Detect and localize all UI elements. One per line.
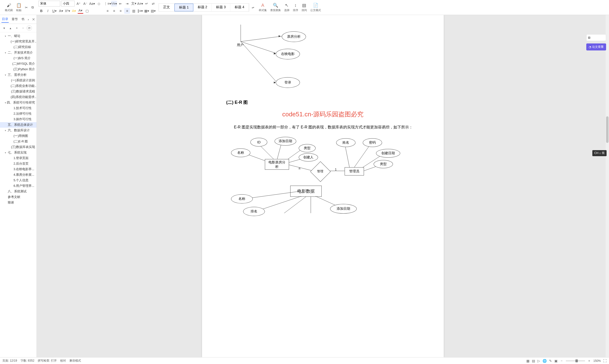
status-proof[interactable]: 校对 — [60, 359, 66, 363]
toc-item[interactable]: 2.法律可行性 — [0, 111, 37, 117]
style-h1[interactable]: 标题 1 — [175, 4, 193, 11]
align-justify-button[interactable]: ≡ — [124, 8, 130, 14]
highlight-button[interactable]: A▾ — [71, 8, 77, 14]
toc-item[interactable]: 4.票房分析展... — [0, 172, 37, 178]
zoom-fit-button[interactable]: ▣ — [554, 359, 557, 363]
paste-button[interactable]: 📋 粘贴 — [15, 2, 23, 13]
toc-item[interactable]: 五、系统总体设计 — [0, 122, 37, 128]
collapse-panel-button[interactable]: ⊟ — [586, 34, 606, 41]
line-spacing-button[interactable]: ‖≡▾ — [137, 8, 143, 14]
italic-button[interactable]: I — [45, 8, 51, 14]
zoom-level[interactable]: 150% — [593, 359, 601, 363]
status-compat[interactable]: 兼容模式 — [69, 359, 81, 363]
arrange-button[interactable]: ▤ 排列 — [300, 2, 308, 13]
cut-button[interactable]: ✂ — [23, 5, 29, 10]
style-normal[interactable]: 正文 — [159, 4, 175, 11]
toc-item[interactable]: (一)用例图 — [0, 133, 37, 139]
toc-item[interactable]: (一)研究背景及开... — [0, 39, 37, 44]
border-button[interactable]: ▦▾ — [144, 8, 150, 14]
toc-item[interactable]: ▾六、数据库设计 — [0, 128, 37, 133]
style-h2[interactable]: 标题 2 — [193, 4, 212, 11]
remove-item-button[interactable]: － — [20, 25, 26, 31]
add-item-button[interactable]: ＋ — [14, 25, 19, 31]
clear-format-button[interactable]: ◇ — [96, 1, 102, 7]
columns-button[interactable]: ▥ — [131, 8, 137, 14]
bold-button[interactable]: B — [38, 8, 44, 14]
tab-toc[interactable]: 目录 — [1, 16, 9, 23]
document-canvas[interactable]: 用户 票房分析 在映电影 登录 (二) E-R 图 code51.cn-源码乐园… — [37, 15, 609, 357]
toc-item[interactable]: 致谢 — [0, 200, 37, 205]
find-replace-button[interactable]: 🔍 查找替换 — [269, 2, 282, 13]
status-spell[interactable]: 拼写检查: 打开 — [38, 359, 57, 363]
status-words[interactable]: 字数: 8352 — [21, 359, 34, 363]
toc-item[interactable]: (一)系统设计原则 — [0, 78, 37, 83]
tab-button[interactable]: ⇄ — [150, 1, 156, 7]
text-direction-button[interactable]: 文▾ — [131, 1, 137, 7]
increase-indent-button[interactable]: ⇥ — [124, 1, 130, 7]
font-family-select[interactable]: 宋体 — [38, 1, 60, 7]
refresh-button[interactable]: ⟳ — [27, 25, 32, 31]
align-right-button[interactable]: ≡ — [118, 8, 124, 14]
expand-button[interactable]: ▴ — [8, 25, 13, 31]
toc-item[interactable]: ▾七、系统实现 — [0, 150, 37, 156]
number-list-button[interactable]: ⅟≡▾ — [111, 1, 117, 7]
toc-item[interactable]: 1.技术可行性 — [0, 105, 37, 111]
text-wrap-button[interactable]: ↵ — [144, 1, 150, 7]
decrease-font-button[interactable]: A⁻ — [83, 1, 88, 7]
plagiarism-check-button[interactable]: ◔ 论文查重 — [586, 43, 606, 51]
toc-item[interactable]: (二)研究目标 — [0, 44, 37, 50]
superscript-button[interactable]: X²▾ — [65, 8, 70, 14]
view-outline-button[interactable]: ▤ — [532, 359, 535, 363]
view-read-button[interactable]: ▷ — [538, 359, 540, 363]
toc-item[interactable]: 2.后台首页 — [0, 161, 37, 167]
copy-button[interactable]: ⧉ — [30, 5, 36, 10]
toc-item[interactable]: (三)Python 简介 — [0, 67, 37, 72]
style-h4[interactable]: 标题 4 — [230, 4, 249, 11]
toc-item[interactable]: 3.在映电影界... — [0, 167, 37, 172]
zoom-in-button[interactable]: ＋ — [587, 359, 591, 363]
shading-button[interactable]: ▢ — [84, 8, 90, 14]
tab-chapter[interactable]: 章节 — [11, 16, 18, 23]
tab-next[interactable]: › — [27, 17, 29, 22]
align-left-button[interactable]: ≡ — [105, 8, 111, 14]
tab-book[interactable]: 书 — [21, 16, 25, 23]
toc-item[interactable]: 八、系统测试 — [0, 189, 37, 194]
toc-item[interactable]: (三)数据库表实现 — [0, 144, 37, 150]
view-draft-button[interactable]: ✎ — [549, 359, 552, 363]
underline-button[interactable]: U▾ — [52, 8, 57, 14]
toc-item[interactable]: (四)系统功能需求... — [0, 94, 37, 100]
toc-item[interactable]: 6.用户管理界... — [0, 183, 37, 189]
toc-item[interactable]: 1.登录页面 — [0, 156, 37, 161]
view-print-button[interactable]: ▦ — [526, 359, 529, 363]
toc-item[interactable]: 3.操作可行性 — [0, 117, 37, 122]
style-set-button[interactable]: A 样式集 — [257, 2, 268, 13]
toc-item[interactable]: (二)E-R 图 — [0, 139, 37, 144]
style-h3[interactable]: 标题 3 — [212, 4, 230, 11]
toc-item[interactable]: 参考文献 — [0, 194, 37, 200]
toc-item[interactable]: (一)B/S 简介 — [0, 55, 37, 61]
select-button[interactable]: ↖ 选择 — [283, 2, 291, 13]
strike-button[interactable]: A̵▾ — [58, 8, 64, 14]
align-distribute-button[interactable]: A≡▾ — [137, 1, 143, 7]
bullet-list-button[interactable]: ⋮≡▾ — [105, 1, 111, 7]
increase-font-button[interactable]: A⁺ — [76, 1, 82, 7]
close-sidebar-button[interactable]: ✕ — [32, 17, 35, 22]
toc-item[interactable]: ▾一、绪论 — [0, 33, 37, 39]
official-mode-button[interactable]: 📄 公文模式 — [309, 2, 322, 13]
sort-button[interactable]: ↕ 排序 — [291, 2, 300, 13]
change-case-button[interactable]: Aa▾ — [89, 1, 95, 7]
style-gallery-more[interactable]: ▴▾ — [250, 5, 256, 10]
toc-item[interactable]: 5.个人信息 — [0, 178, 37, 183]
toc-item[interactable]: ▾三、需求分析 — [0, 72, 37, 78]
toc-item[interactable]: ▾二、开发技术简介 — [0, 50, 37, 55]
align-center-button[interactable]: ≡ — [111, 8, 117, 14]
toc-item[interactable]: (二)系统业务功能... — [0, 83, 37, 89]
fill-button[interactable]: ▧▾ — [150, 8, 156, 14]
fullscreen-button[interactable]: ⛶ — [603, 359, 607, 363]
scrollbar-thumb[interactable] — [606, 116, 609, 143]
format-painter-button[interactable]: 🖌 格式刷 — [3, 2, 14, 13]
zoom-slider[interactable] — [566, 360, 585, 361]
view-web-button[interactable]: 🌐 — [542, 359, 547, 363]
toc-item[interactable]: (二)MYSQL 简介 — [0, 61, 37, 67]
decrease-indent-button[interactable]: ⇤ — [118, 1, 124, 7]
